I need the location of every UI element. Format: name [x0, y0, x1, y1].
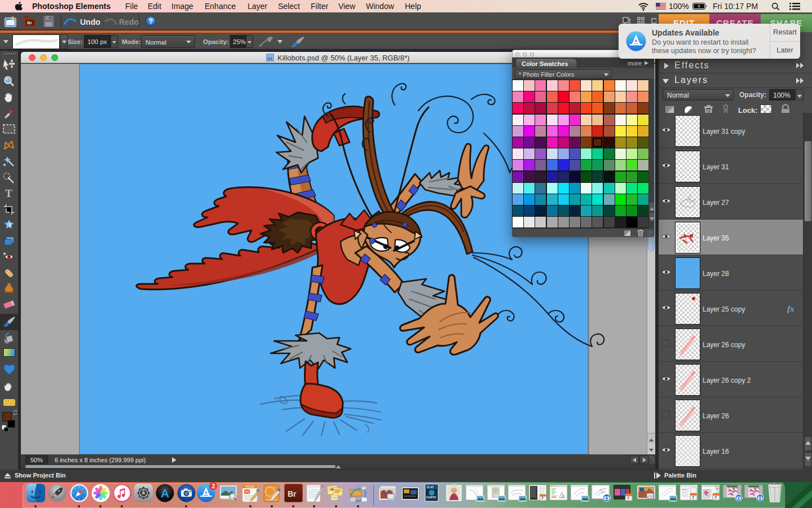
svg-text:A: A	[161, 487, 169, 500]
svg-text:7: 7	[692, 495, 694, 500]
svg-text:Br: Br	[288, 489, 297, 498]
svg-text:PAGES: PAGES	[246, 485, 254, 488]
svg-text:EARTH: EARTH	[426, 496, 436, 499]
svg-text:FLAT: FLAT	[427, 485, 434, 489]
svg-text:7: 7	[541, 496, 544, 500]
svg-text:ps: ps	[268, 56, 272, 61]
svg-text:T: T	[5, 188, 12, 198]
svg-text:2: 2	[212, 483, 215, 489]
svg-text:7: 7	[627, 496, 629, 501]
svg-text:Br: Br	[27, 20, 32, 25]
svg-text:SKETCHES: SKETCHES	[266, 498, 279, 501]
svg-text:7: 7	[714, 495, 717, 500]
svg-text:FILE: FILE	[332, 496, 337, 499]
